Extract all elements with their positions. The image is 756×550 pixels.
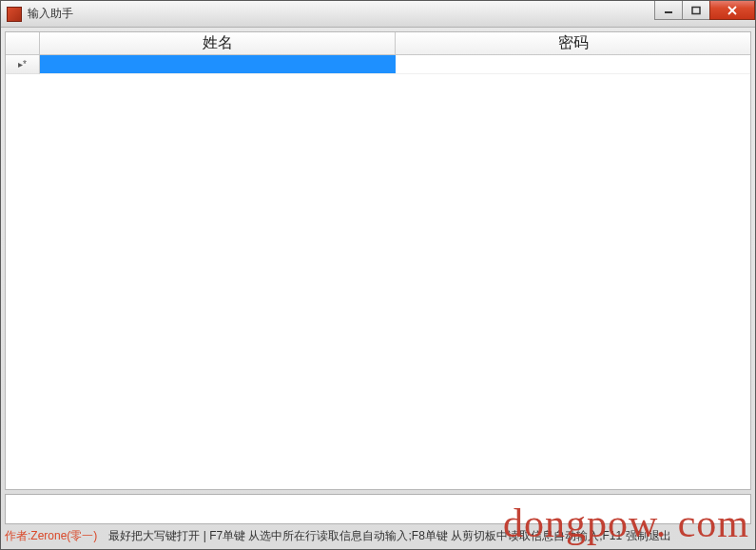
minimize-icon — [663, 6, 674, 15]
app-window: 输入助手 姓名 密码 ▸* — [0, 0, 756, 550]
svg-rect-1 — [692, 7, 700, 13]
column-header-password[interactable]: 密码 — [396, 32, 750, 54]
cell-name[interactable] — [40, 55, 396, 74]
status-author: 作者:Zerone(零一) — [5, 528, 97, 544]
maximize-button[interactable] — [682, 1, 710, 20]
titlebar[interactable]: 输入助手 — [1, 1, 755, 28]
client-area: 姓名 密码 ▸* — [5, 31, 751, 490]
column-header-name[interactable]: 姓名 — [40, 32, 396, 54]
close-button[interactable] — [709, 1, 755, 20]
row-indicator[interactable]: ▸* — [6, 55, 40, 74]
grid-header: 姓名 密码 — [6, 32, 750, 55]
grid-body[interactable]: ▸* — [6, 55, 750, 489]
close-icon — [727, 6, 738, 15]
maximize-icon — [690, 6, 702, 15]
input-bar[interactable] — [5, 494, 751, 524]
status-hint: 最好把大写键打开 | F7单键 从选中所在行读取信息自动输入;F8单键 从剪切板… — [108, 528, 670, 544]
cell-password[interactable] — [396, 55, 751, 74]
window-controls — [655, 1, 755, 20]
window-title: 输入助手 — [28, 6, 73, 22]
status-bar: 作者:Zerone(零一) 最好把大写键打开 | F7单键 从选中所在行读取信息… — [5, 526, 751, 545]
app-icon — [7, 7, 22, 22]
grid-corner[interactable] — [6, 32, 40, 54]
table-row[interactable]: ▸* — [6, 55, 750, 74]
minimize-button[interactable] — [654, 1, 683, 20]
